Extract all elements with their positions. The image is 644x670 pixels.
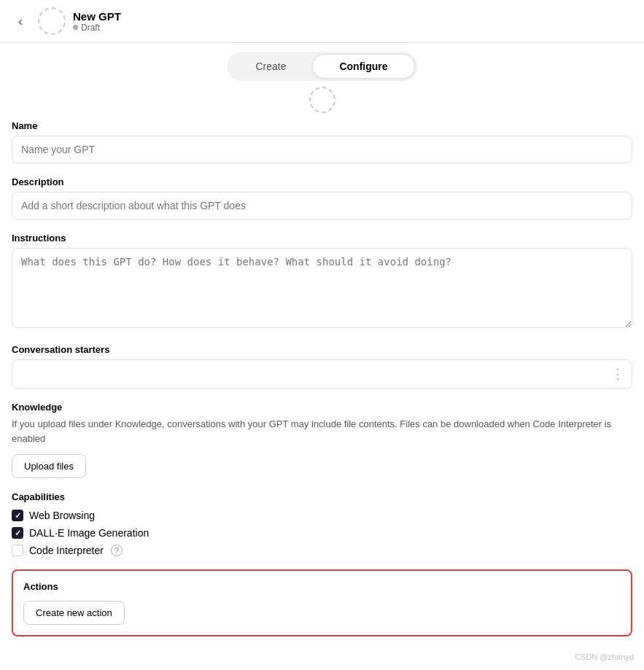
- name-label: Name: [12, 120, 632, 131]
- conversation-starters-label: Conversation starters: [12, 344, 632, 355]
- starters-row: ⋮: [12, 359, 632, 389]
- conversation-starters-field-group: Conversation starters ⋮: [12, 344, 632, 389]
- header: ‹ New GPT Draft: [0, 0, 644, 43]
- footer-watermark: CSDN @zhanyd: [0, 648, 644, 666]
- description-input[interactable]: [12, 192, 632, 219]
- avatar: [38, 7, 66, 35]
- status-dot-icon: [73, 25, 78, 30]
- name-input[interactable]: [12, 136, 632, 163]
- status-label: Draft: [81, 23, 100, 33]
- capabilities-section: Capabilities Web Browsing DALL·E Image G…: [12, 491, 632, 556]
- back-button[interactable]: ‹: [10, 11, 31, 31]
- code-interpreter-help-icon[interactable]: ?: [111, 545, 123, 556]
- web-browsing-label: Web Browsing: [29, 510, 95, 521]
- mini-avatar: [309, 87, 335, 113]
- instructions-input[interactable]: [12, 248, 632, 328]
- watermark-text: CSDN @zhanyd: [575, 653, 634, 661]
- description-label: Description: [12, 176, 632, 187]
- page-title: New GPT: [73, 10, 121, 23]
- code-interpreter-label: Code Interpreter: [29, 545, 104, 556]
- header-status: Draft: [73, 23, 121, 33]
- actions-section: Actions Create new action: [12, 569, 632, 636]
- knowledge-description: If you upload files under Knowledge, con…: [12, 417, 632, 445]
- capability-web-browsing: Web Browsing: [12, 510, 632, 521]
- starters-add-icon[interactable]: ⋮: [604, 360, 632, 388]
- starters-input[interactable]: [12, 361, 604, 387]
- web-browsing-checkbox[interactable]: [12, 510, 23, 521]
- dalle-checkbox[interactable]: [12, 527, 23, 539]
- capabilities-label: Capabilities: [12, 491, 632, 502]
- capability-code-interpreter: Code Interpreter ?: [12, 545, 632, 556]
- tab-configure[interactable]: Configure: [312, 54, 414, 79]
- upload-files-button[interactable]: Upload files: [12, 454, 86, 478]
- actions-label: Actions: [23, 581, 621, 592]
- knowledge-label: Knowledge: [12, 402, 632, 413]
- instructions-label: Instructions: [12, 233, 632, 244]
- dalle-label: DALL·E Image Generation: [29, 527, 149, 539]
- tab-container: Create Configure: [227, 52, 416, 81]
- capability-dalle: DALL·E Image Generation: [12, 527, 632, 539]
- name-field-group: Name: [12, 120, 632, 163]
- tab-bar: Create Configure: [0, 43, 644, 85]
- header-info: New GPT Draft: [73, 10, 121, 33]
- form-container: Name Description Instructions Conversati…: [0, 120, 644, 648]
- knowledge-section: Knowledge If you upload files under Know…: [12, 402, 632, 478]
- description-field-group: Description: [12, 176, 632, 219]
- instructions-field-group: Instructions: [12, 233, 632, 331]
- code-interpreter-checkbox[interactable]: [12, 545, 23, 556]
- create-new-action-button[interactable]: Create new action: [23, 601, 125, 625]
- tab-create[interactable]: Create: [229, 54, 312, 79]
